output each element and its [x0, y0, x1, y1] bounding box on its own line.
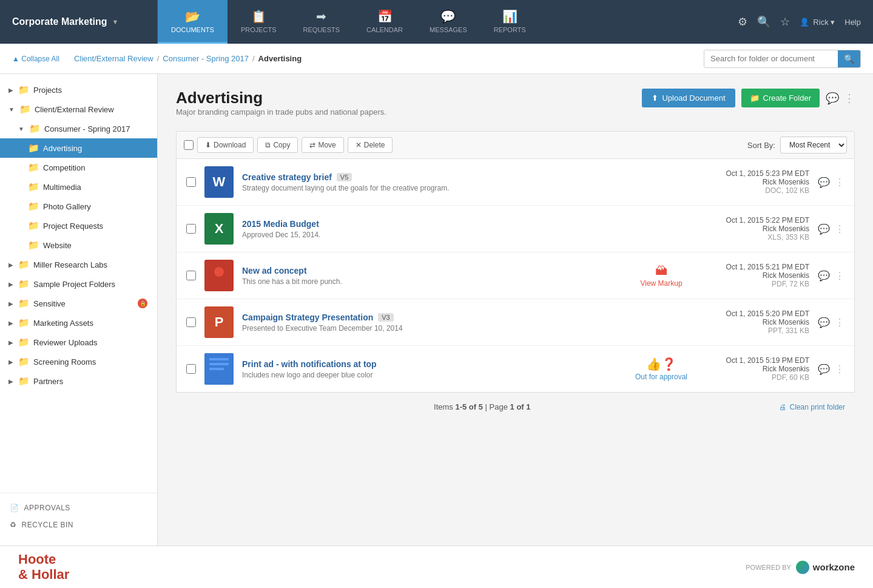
- download-button[interactable]: ⬇ Download: [197, 137, 254, 153]
- documents-icon: 📂: [185, 9, 200, 24]
- star-icon[interactable]: ☆: [780, 15, 790, 29]
- sidebar-item-website[interactable]: 📁 Website: [0, 235, 157, 255]
- sidebar-item-marketing-assets[interactable]: ▶ 📁 Marketing Assets: [0, 313, 157, 333]
- nav-item-messages[interactable]: 💬 MESSAGES: [416, 0, 480, 44]
- nav-item-documents[interactable]: 📂 DOCUMENTS: [158, 0, 228, 44]
- search-input[interactable]: [704, 50, 838, 67]
- content-actions: ⬆ Upload Document 📁 Create Folder 💬 ⋮: [642, 89, 855, 107]
- sidebar-item-project-requests[interactable]: 📁 Project Requests: [0, 216, 157, 235]
- doc3-checkbox[interactable]: [186, 271, 196, 280]
- nav-item-calendar[interactable]: 📅 CALENDAR: [353, 0, 416, 44]
- doc5-checkbox[interactable]: [186, 364, 196, 374]
- sensitive-toggle: ▶: [8, 300, 13, 307]
- doc2-more-icon[interactable]: ⋮: [835, 223, 844, 235]
- projects-folder-icon: 📁: [18, 84, 30, 95]
- items-range: 1-5 of 5: [455, 402, 483, 411]
- doc1-name[interactable]: Creative strategy brief V5: [242, 172, 622, 182]
- doc4-more-icon[interactable]: ⋮: [835, 317, 844, 328]
- search-button[interactable]: 🔍: [838, 50, 860, 67]
- copy-button[interactable]: ⧉ Copy: [257, 137, 298, 153]
- more-options-icon[interactable]: ⋮: [844, 92, 855, 105]
- select-all-checkbox[interactable]: [184, 140, 194, 150]
- approvals-icon: 📄: [10, 504, 19, 512]
- doc5-comment-icon[interactable]: 💬: [818, 363, 830, 375]
- doc5-status-area: 👍❓ Out for approval: [631, 357, 692, 381]
- nav-item-requests[interactable]: ➡ REQUESTS: [290, 0, 354, 44]
- doc4-date: Oct 1, 2015 5:20 PM EDT: [700, 309, 809, 318]
- doc5-actions: 💬 ⋮: [818, 363, 844, 375]
- help-button[interactable]: Help: [844, 18, 861, 27]
- doc5-more-icon[interactable]: ⋮: [835, 363, 844, 375]
- sidebar-item-sample-project[interactable]: ▶ 📁 Sample Project Folders: [0, 274, 157, 294]
- doc4-author: Rick Mosenkis: [700, 318, 809, 326]
- user-menu[interactable]: 👤 Rick ▾: [800, 18, 835, 27]
- doc1-comment-icon[interactable]: 💬: [818, 177, 830, 188]
- search-icon[interactable]: 🔍: [757, 15, 770, 29]
- doc2-comment-icon[interactable]: 💬: [818, 223, 830, 235]
- doc3-status-area: 🏔 View Markup: [631, 264, 692, 288]
- user-name: Rick ▾: [813, 18, 835, 27]
- sidebar-item-multimedia[interactable]: 📁 Multimedia: [0, 177, 157, 197]
- app-title[interactable]: Corporate Marketing ▼: [0, 0, 158, 44]
- page-label: | Page: [485, 402, 510, 411]
- projects-toggle: ▶: [8, 87, 13, 93]
- sidebar-label-reviewer-uploads: Reviewer Uploads: [33, 338, 98, 347]
- sidebar-item-miller-research[interactable]: ▶ 📁 Miller Research Labs: [0, 255, 157, 274]
- doc4-checkbox[interactable]: [186, 317, 196, 327]
- sidebar-item-partners[interactable]: ▶ 📁 Partners: [0, 371, 157, 391]
- doc5-name[interactable]: Print ad - with notifications at top: [242, 359, 622, 369]
- table-row: New ad concept This one has a bit more p…: [177, 252, 854, 299]
- sidebar-item-advertising[interactable]: 📁 Advertising: [0, 138, 157, 158]
- collapse-all-button[interactable]: ▲ Collapse All: [12, 55, 59, 63]
- footer: Hoote& Hollar POWERED BY workzone: [0, 546, 873, 588]
- breadcrumb-current: Advertising: [258, 54, 302, 63]
- move-button[interactable]: ⇄ Move: [302, 137, 343, 153]
- out-for-approval-button[interactable]: 👍❓ Out for approval: [635, 357, 687, 381]
- recycle-bin-link[interactable]: ♻ RECYCLE BIN: [0, 516, 157, 533]
- doc1-checkbox[interactable]: [186, 177, 196, 187]
- sidebar-item-screening-rooms[interactable]: ▶ 📁 Screening Rooms: [0, 352, 157, 371]
- messages-label: MESSAGES: [430, 26, 467, 33]
- sidebar-label-projects: Projects: [33, 86, 62, 95]
- sidebar-item-competition[interactable]: 📁 Competition: [0, 158, 157, 177]
- sidebar-item-projects[interactable]: ▶ 📁 Projects: [0, 80, 157, 100]
- doc3-name[interactable]: New ad concept: [242, 266, 622, 275]
- sort-select[interactable]: Most Recent Name A-Z Name Z-A Oldest: [780, 137, 847, 154]
- doc1-actions: 💬 ⋮: [818, 177, 844, 188]
- nav-item-projects[interactable]: 📋 PROJECTS: [228, 0, 290, 44]
- sidebar-item-reviewer-uploads[interactable]: ▶ 📁 Reviewer Uploads: [0, 333, 157, 352]
- move-label: Move: [318, 141, 335, 149]
- sidebar-item-consumer-spring[interactable]: ▼ 📁 Consumer - Spring 2017: [0, 119, 157, 138]
- nav-item-reports[interactable]: 📊 REPORTS: [480, 0, 539, 44]
- page-subtitle: Major branding campaign in trade pubs an…: [176, 107, 386, 117]
- doc4-comment-icon[interactable]: 💬: [818, 317, 830, 328]
- create-folder-button[interactable]: 📁 Create Folder: [741, 89, 820, 107]
- copy-icon: ⧉: [265, 141, 271, 149]
- doc1-more-icon[interactable]: ⋮: [835, 177, 844, 188]
- upload-document-button[interactable]: ⬆ Upload Document: [642, 89, 735, 107]
- footer-logo-text: Hoote& Hollar: [18, 552, 69, 581]
- doc3-comment-icon[interactable]: 💬: [818, 270, 830, 282]
- doc1-filetype: DOC, 102 KB: [700, 186, 809, 195]
- doc2-name[interactable]: 2015 Media Budget: [242, 219, 622, 229]
- doc5-thumbnail: [204, 353, 234, 385]
- doc2-checkbox[interactable]: [186, 224, 196, 234]
- miller-toggle: ▶: [8, 262, 13, 268]
- clean-print-button[interactable]: 🖨 Clean print folder: [779, 403, 845, 411]
- sidebar-item-photo-gallery[interactable]: 📁 Photo Gallery: [0, 197, 157, 216]
- approvals-link[interactable]: 📄 APPROVALS: [0, 499, 157, 516]
- sidebar-label-competition: Competition: [43, 163, 85, 172]
- document-list: W Creative strategy brief V5 Strategy do…: [176, 159, 855, 393]
- view-markup-button[interactable]: 🏔 View Markup: [640, 264, 682, 288]
- sidebar-bottom: 📄 APPROVALS ♻ RECYCLE BIN: [0, 493, 157, 546]
- breadcrumb-link-consumer[interactable]: Consumer - Spring 2017: [163, 54, 249, 63]
- doc3-more-icon[interactable]: ⋮: [835, 270, 844, 282]
- settings-icon[interactable]: ⚙: [738, 15, 747, 29]
- delete-button[interactable]: ✕ Delete: [348, 137, 393, 153]
- breadcrumb-sep-1: /: [157, 54, 160, 63]
- breadcrumb-link-client[interactable]: Client/External Review: [74, 54, 153, 63]
- sidebar-item-client-external[interactable]: ▼ 📁 Client/External Review: [0, 100, 157, 119]
- sidebar-item-sensitive[interactable]: ▶ 📁 Sensitive 🔒: [0, 294, 157, 313]
- doc4-name[interactable]: Campaign Strategy Presentation V3: [242, 313, 622, 322]
- comment-icon[interactable]: 💬: [826, 92, 839, 105]
